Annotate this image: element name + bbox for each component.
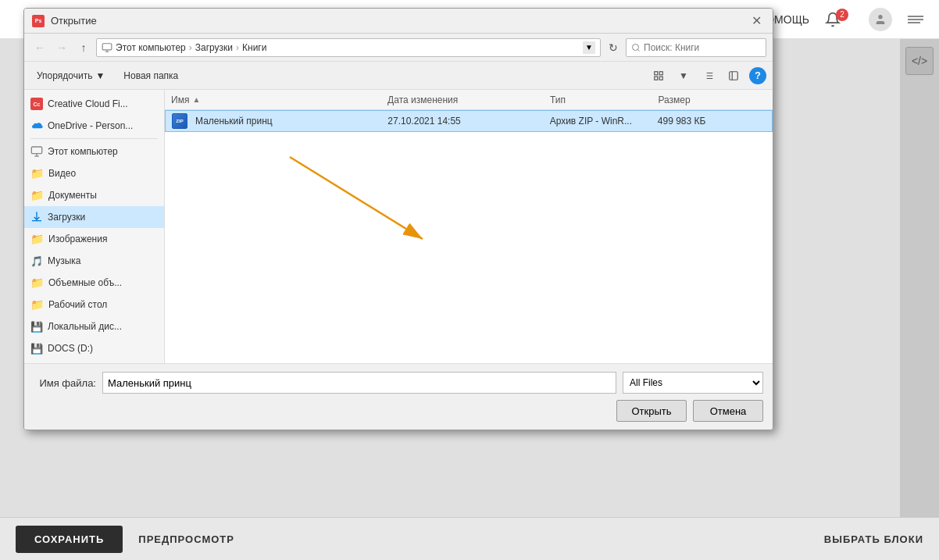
sidebar-item-onedrive[interactable]: OneDrive - Person... <box>24 115 164 137</box>
sidebar-label-documents: Документы <box>48 190 97 201</box>
sidebar-label-computer: Этот компьютер <box>48 146 118 157</box>
sidebar-item-local-disk[interactable]: 💾 Локальный дис... <box>24 316 164 337</box>
svg-rect-5 <box>655 71 658 74</box>
second-toolbar: Упорядочить ▼ Новая папка ▼ <box>24 62 773 90</box>
sidebar-item-desktop[interactable]: 📁 Рабочий стол <box>24 294 164 316</box>
computer-sidebar-icon <box>30 145 43 158</box>
view-grid-button[interactable] <box>649 66 668 85</box>
file-type-cell: Архив ZIP - WinR... <box>550 116 658 127</box>
hdd-c-icon: 💾 <box>30 321 43 333</box>
downloads-icon <box>30 211 43 223</box>
sidebar-item-video[interactable]: 📁 Видео <box>24 162 164 184</box>
folder-images-icon: 📁 <box>30 233 44 245</box>
sidebar-item-documents[interactable]: 📁 Документы <box>24 184 164 206</box>
col-name-header[interactable]: Имя ▲ <box>171 95 387 105</box>
list-view-icon <box>703 70 714 81</box>
svg-rect-6 <box>659 71 662 74</box>
arrange-dropdown-icon: ▼ <box>95 70 105 81</box>
sidebar-item-3d-objects[interactable]: 📁 Объемные объ... <box>24 272 164 294</box>
help-button[interactable]: ? <box>749 67 766 84</box>
dialog-close-button[interactable]: ✕ <box>748 12 765 30</box>
filename-label: Имя файла: <box>34 377 96 389</box>
file-open-dialog: Ps Открытие ✕ ← → ↑ Этот компьютер › Заг… <box>23 8 773 430</box>
svg-line-4 <box>637 49 639 51</box>
sidebar-item-games-drive[interactable]: 💾 GAMES (E:) <box>24 359 164 363</box>
forward-button[interactable]: → <box>52 38 71 57</box>
sidebar-separator-1 <box>30 138 158 139</box>
arrange-button[interactable]: Упорядочить ▼ <box>30 66 111 85</box>
sidebar-item-music[interactable]: 🎵 Музыка <box>24 250 164 272</box>
back-button[interactable]: ← <box>30 38 49 57</box>
sort-arrow-icon: ▲ <box>192 95 200 104</box>
breadcrumb-bar: Этот компьютер › Загрузки › Книги ▼ <box>96 38 601 57</box>
col-size-header[interactable]: Размер <box>658 95 766 105</box>
creative-cloud-icon: Cc <box>30 98 43 110</box>
filelist-header: Имя ▲ Дата изменения Тип Размер <box>165 90 773 110</box>
sidebar-label-music: Музыка <box>48 255 80 266</box>
folder-3d-icon: 📁 <box>30 276 44 289</box>
preview-pane-icon <box>728 70 739 81</box>
dialog-buttons: Открыть Отмена <box>34 400 763 422</box>
onedrive-icon <box>30 119 43 132</box>
sidebar-label-downloads: Загрузки <box>48 212 85 223</box>
folder-docs-icon: 📁 <box>30 189 44 202</box>
dialog-sidebar: Cc Creative Cloud Fi... OneDrive - Perso… <box>24 90 165 363</box>
breadcrumb-sep-1: › <box>189 42 192 53</box>
cancel-button[interactable]: Отмена <box>693 400 763 422</box>
folder-desktop-icon: 📁 <box>30 298 44 311</box>
breadcrumb-books[interactable]: Книги <box>242 42 266 53</box>
sidebar-label-docs-drive: DOCS (D:) <box>48 343 93 354</box>
sidebar-item-downloads[interactable]: Загрузки <box>24 206 164 228</box>
up-button[interactable]: ↑ <box>74 38 93 57</box>
file-size-cell: 499 983 КБ <box>658 116 766 127</box>
breadcrumb-dropdown-btn[interactable]: ▼ <box>583 41 595 54</box>
file-name-cell: Маленький принц <box>195 116 273 127</box>
sidebar-label-3d: Объемные объ... <box>48 277 122 288</box>
sidebar-label-local-disk: Локальный дис... <box>48 321 122 332</box>
col-type-header[interactable]: Тип <box>550 95 659 105</box>
dialog-filelist: Имя ▲ Дата изменения Тип Размер <box>165 90 773 363</box>
col-date-header[interactable]: Дата изменения <box>387 95 550 105</box>
dialog-overlay: Ps Открытие ✕ ← → ↑ Этот компьютер › Заг… <box>0 0 939 560</box>
grid-view-icon <box>653 70 664 81</box>
sidebar-item-docs-drive[interactable]: 💾 DOCS (D:) <box>24 337 164 359</box>
sidebar-item-creative-cloud[interactable]: Cc Creative Cloud Fi... <box>24 93 164 115</box>
sidebar-item-images[interactable]: 📁 Изображения <box>24 228 164 250</box>
svg-rect-7 <box>655 77 658 80</box>
breadcrumb-sep-2: › <box>236 42 239 53</box>
filename-input[interactable] <box>102 372 616 394</box>
sidebar-item-computer[interactable]: Этот компьютер <box>24 141 164 162</box>
new-folder-button[interactable]: Новая папка <box>117 66 184 85</box>
dialog-bottom: Имя файла: All Files Открыть Отмена <box>24 363 773 430</box>
breadcrumb-computer[interactable]: Этот компьютер <box>116 42 186 53</box>
svg-rect-8 <box>659 77 662 80</box>
svg-point-3 <box>633 44 639 50</box>
filetype-select[interactable]: All Files <box>623 372 763 394</box>
dialog-app-icon: Ps <box>32 15 45 27</box>
sidebar-label-images: Изображения <box>48 234 107 244</box>
svg-rect-17 <box>31 147 41 154</box>
breadcrumb-toolbar: ← → ↑ Этот компьютер › Загрузки › Книги … <box>24 34 773 62</box>
preview-pane-button[interactable] <box>724 66 743 85</box>
file-row-malen[interactable]: ZIP Маленький принц 27.10.2021 14:55 Арх… <box>165 110 773 132</box>
refresh-button[interactable]: ↻ <box>604 38 623 57</box>
music-icon: 🎵 <box>30 255 43 267</box>
search-bar <box>626 38 766 57</box>
breadcrumb-downloads[interactable]: Загрузки <box>195 42 233 53</box>
svg-rect-0 <box>102 43 112 49</box>
dialog-titlebar: Ps Открытие ✕ <box>24 9 773 34</box>
dialog-title: Открытие <box>51 15 741 27</box>
svg-rect-15 <box>730 71 738 80</box>
filename-row: Имя файла: All Files <box>34 372 763 394</box>
file-date-cell: 27.10.2021 14:55 <box>387 116 549 127</box>
computer-icon <box>102 42 112 53</box>
view-list-button[interactable]: ▼ <box>674 66 693 85</box>
dialog-main: Cc Creative Cloud Fi... OneDrive - Perso… <box>24 90 773 363</box>
sidebar-label-video: Видео <box>48 168 76 179</box>
view-detail-button[interactable] <box>699 66 718 85</box>
sidebar-label-desktop: Рабочий стол <box>48 299 107 310</box>
sidebar-label-cc: Creative Cloud Fi... <box>48 98 128 109</box>
hdd-d-icon: 💾 <box>30 343 43 355</box>
open-button[interactable]: Открыть <box>616 400 687 422</box>
search-input[interactable] <box>644 42 761 53</box>
